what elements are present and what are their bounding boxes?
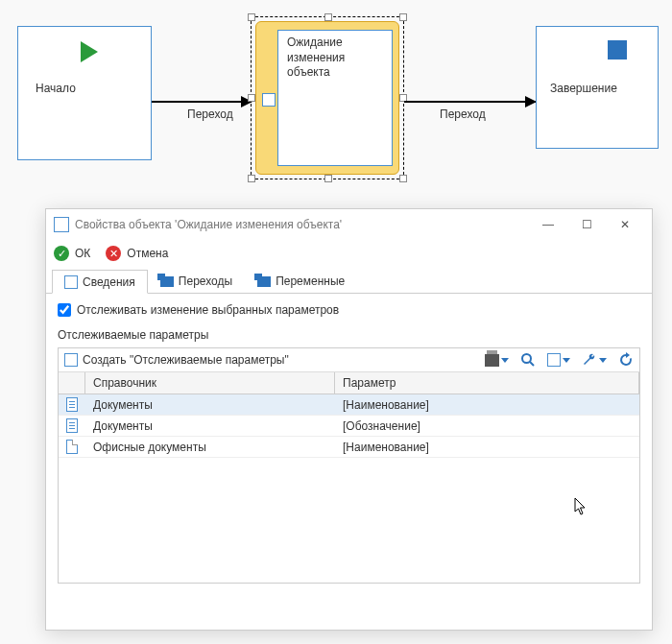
create-button[interactable]: Создать "Отслеживаемые параметры" [83,353,289,367]
tab-variables[interactable]: Переменные [245,269,357,293]
track-checkbox[interactable] [58,303,71,317]
ok-label[interactable]: ОК [75,247,90,260]
resize-handle-sw[interactable] [248,175,255,182]
table-row[interactable]: Документы [Наименование] [59,394,639,416]
cursor-icon [574,497,589,516]
column-reference[interactable]: Справочник [85,372,335,394]
tab-details[interactable]: Сведения [52,270,148,294]
section-heading: Отслеживаемые параметры [58,328,640,342]
document-icon [66,418,78,433]
selection-frame[interactable]: Ожидание изменения объекта [251,16,404,179]
node-start[interactable]: Начало [17,26,152,160]
table-row[interactable]: Офисные документы [Наименование] [59,437,639,458]
grid-toolbar: Создать "Отслеживаемые параметры" [59,348,639,372]
workflow-diagram: Начало Переход Ожидание изменения объект… [0,0,672,192]
tab-variables-label: Переменные [276,274,345,288]
print-button[interactable] [485,354,509,367]
details-icon [64,275,78,289]
edge-2-label: Переход [440,107,486,121]
search-button[interactable] [520,352,536,368]
refresh-icon [618,352,634,368]
grid-body: Документы [Наименование] Документы [Обоз… [59,394,639,583]
edge-1-label: Переход [187,107,233,121]
resize-handle-ne[interactable] [399,13,407,21]
svg-point-0 [522,354,531,363]
node-wait[interactable]: Ожидание изменения объекта [255,21,399,175]
cell-reference: Документы [85,417,335,436]
resize-handle-se[interactable] [399,175,407,182]
document-icon [66,397,78,412]
document-icon [66,440,78,454]
parameters-grid: Создать "Отслеживаемые параметры" Справо… [58,347,640,584]
cell-parameter: [Наименование] [335,438,639,457]
cell-parameter: [Обозначение] [335,417,639,436]
stop-icon [608,40,627,60]
resize-handle-s[interactable] [324,175,332,182]
panel-icon [547,353,561,367]
tab-transitions[interactable]: Переходы [148,269,245,293]
tab-details-label: Сведения [83,275,135,289]
transitions-icon [160,276,174,287]
refresh-button[interactable] [618,352,634,368]
cell-reference: Офисные документы [85,438,335,457]
properties-dialog: Свойства объекта 'Ожидание изменения объ… [45,208,653,631]
node-end[interactable]: Завершение [536,26,659,149]
resize-handle-w[interactable] [248,94,255,102]
cancel-label[interactable]: Отмена [127,247,168,260]
node-wait-label: Ожидание изменения объекта [287,36,345,81]
dialog-title: Свойства объекта 'Ожидание изменения объ… [75,218,529,231]
node-end-label: Завершение [550,82,617,95]
node-start-label: Начало [36,82,76,95]
minimize-button[interactable]: — [529,218,567,231]
maximize-button[interactable]: ☐ [567,218,606,231]
titlebar[interactable]: Свойства объекта 'Ожидание изменения объ… [46,209,652,240]
grid-header: Справочник Параметр [59,372,639,394]
cancel-icon[interactable]: ✕ [106,246,121,261]
print-icon [485,354,499,367]
cell-reference: Документы [85,395,335,415]
panel-button[interactable] [547,353,570,367]
play-icon [81,41,98,62]
variables-icon [257,276,271,287]
create-icon [64,353,78,367]
cell-parameter: [Наименование] [335,395,639,415]
close-button[interactable]: ✕ [606,218,644,231]
search-icon [520,352,536,368]
wrench-icon [582,352,597,368]
dialog-toolbar: ✓ ОК ✕ Отмена [46,240,652,267]
edge-2[interactable] [404,101,536,103]
resize-handle-nw[interactable] [248,13,255,21]
grid-empty-area [59,458,639,583]
wait-icon [262,93,276,107]
table-row[interactable]: Документы [Обозначение] [59,416,639,437]
column-parameter[interactable]: Параметр [335,372,639,394]
tab-transitions-label: Переходы [179,274,232,288]
tab-content: Отслеживать изменение выбранных параметр… [46,294,652,593]
resize-handle-n[interactable] [324,13,332,21]
app-icon [54,217,69,232]
chevron-down-icon [563,358,570,363]
tools-button[interactable] [582,352,607,368]
edge-1[interactable] [152,101,252,103]
svg-line-1 [530,362,534,366]
ok-icon[interactable]: ✓ [54,246,69,261]
chevron-down-icon [599,358,607,363]
chevron-down-icon [501,358,509,363]
track-checkbox-label: Отслеживать изменение выбранных параметр… [77,303,339,317]
tab-strip: Сведения Переходы Переменные [46,267,652,294]
